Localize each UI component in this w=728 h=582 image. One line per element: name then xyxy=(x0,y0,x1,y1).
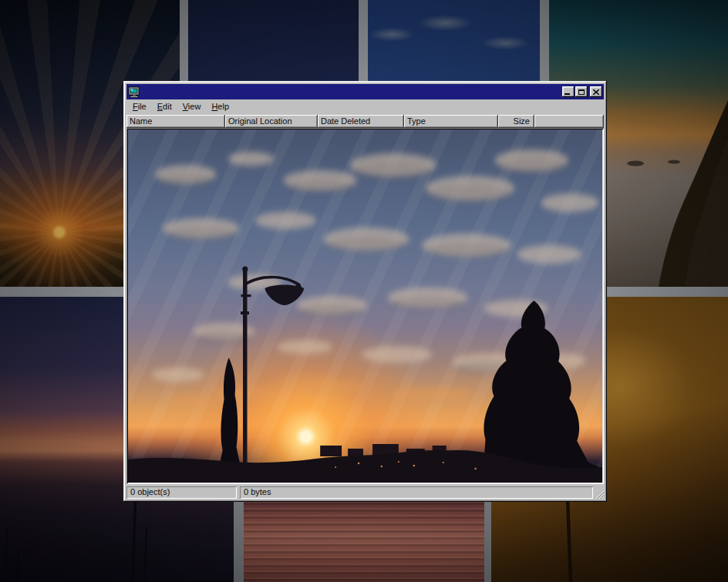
maximize-icon xyxy=(578,89,585,95)
file-list-area[interactable] xyxy=(126,128,604,484)
cypress-tree-silhouette xyxy=(219,358,241,469)
close-button[interactable] xyxy=(590,86,602,97)
desktop: File Edit View Help Name Original Locati… xyxy=(0,0,728,582)
computer-icon xyxy=(128,86,140,98)
window-titlebar[interactable] xyxy=(126,84,604,99)
column-header-name[interactable]: Name xyxy=(126,115,225,128)
streetlamp-silhouette xyxy=(241,266,304,465)
sunset-streetlamp-photo xyxy=(128,130,602,483)
resize-grip[interactable] xyxy=(594,489,604,499)
photo-silhouettes-layer xyxy=(128,130,602,483)
menu-help[interactable]: Help xyxy=(206,100,234,113)
menu-file[interactable]: File xyxy=(127,100,152,113)
menu-view[interactable]: View xyxy=(177,100,207,113)
column-header-size[interactable]: Size xyxy=(498,115,534,128)
column-header-date-deleted[interactable]: Date Deleted xyxy=(318,115,404,128)
minimize-icon xyxy=(565,93,570,95)
close-icon xyxy=(593,89,599,95)
column-header-row: Name Original Location Date Deleted Type… xyxy=(126,115,604,128)
minimize-button[interactable] xyxy=(562,86,575,97)
menu-bar: File Edit View Help xyxy=(126,99,604,114)
status-object-count: 0 object(s) xyxy=(126,486,237,499)
status-bar: 0 object(s) 0 bytes xyxy=(126,486,604,499)
status-size: 0 bytes xyxy=(240,486,593,499)
maximize-button[interactable] xyxy=(575,86,588,97)
column-header-type[interactable]: Type xyxy=(404,115,498,128)
right-trees-silhouette xyxy=(483,301,602,483)
recycle-bin-window: File Edit View Help Name Original Locati… xyxy=(123,81,607,502)
menu-edit[interactable]: Edit xyxy=(152,100,177,113)
column-header-filler xyxy=(534,115,604,128)
column-header-original-location[interactable]: Original Location xyxy=(225,115,318,128)
